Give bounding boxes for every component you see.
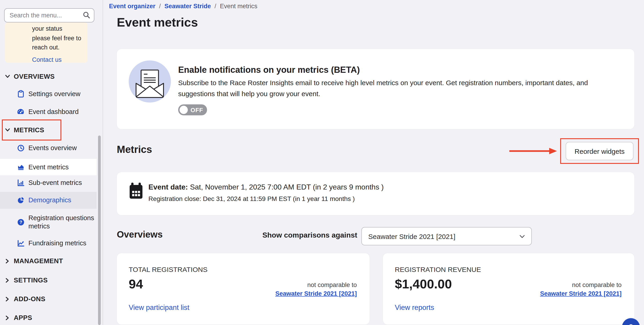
sidebar-item-label: Registration questions metrics: [28, 214, 95, 231]
widget-comparison-note: not comparable to Seawater Stride 2021 […: [540, 281, 622, 298]
sidebar-section-add-ons[interactable]: ADD-ONS: [4, 294, 45, 304]
app-root: your status please feel free to reach ou…: [0, 0, 644, 325]
notifications-card-title: Enable notifications on your metrics (BE…: [178, 65, 360, 75]
chevron-down-icon: [4, 128, 10, 132]
gauge-icon: [17, 108, 24, 115]
sidebar-item-settings-overview[interactable]: Settings overview: [17, 88, 80, 100]
notice-line: your status: [32, 24, 84, 34]
section-label: APPS: [14, 314, 32, 321]
sidebar-section-overviews[interactable]: OVERVIEWS: [4, 71, 55, 81]
widget-title: TOTAL REGISTRATIONS: [129, 266, 208, 273]
section-label: MANAGEMENT: [14, 257, 63, 265]
page-title: Event metrics: [117, 15, 198, 30]
total-registrations-widget: TOTAL REGISTRATIONS 94 not comparable to…: [117, 253, 370, 325]
sidebar-item-label: Event metrics: [28, 163, 69, 171]
widget-value: $1,400.00: [395, 277, 452, 292]
sidebar-item-sub-event-metrics[interactable]: Sub-event metrics: [17, 177, 82, 189]
sidebar-section-management[interactable]: MANAGEMENT: [4, 256, 63, 266]
section-label: SETTINGS: [14, 277, 48, 284]
pie-chart-icon: [17, 197, 24, 203]
sidebar-item-label: Fundraising metrics: [28, 239, 86, 247]
notifications-card: Enable notifications on your metrics (BE…: [117, 49, 634, 129]
sidebar-section-metrics[interactable]: METRICS: [4, 125, 44, 135]
sidebar-section-apps[interactable]: APPS: [4, 313, 32, 323]
widget-comparison-note: not comparable to Seawater Stride 2021 […: [275, 281, 357, 298]
sidebar-item-event-metrics[interactable]: Event metrics: [17, 161, 69, 173]
reorder-widgets-button[interactable]: Reorder widgets: [566, 142, 634, 160]
section-label: OVERVIEWS: [14, 73, 55, 80]
comparison-selected-value: Seawater Stride 2021 [2021]: [368, 232, 520, 240]
sidebar-item-event-dashboard[interactable]: Event dashboard: [17, 106, 78, 118]
note-text: not comparable to: [275, 281, 357, 289]
sidebar-item-label: Sub-event metrics: [28, 179, 82, 186]
event-date-label: Event date:: [148, 183, 188, 191]
event-date-line: Event date: Sat, November 1, 2025 7:00 A…: [148, 183, 384, 191]
sidebar-item-registration-questions-metrics[interactable]: ? Registration questions metrics: [17, 213, 95, 231]
breadcrumb-current: Event metrics: [220, 2, 258, 9]
sidebar-item-label: Demographics: [28, 196, 71, 204]
comparison-event-link[interactable]: Seawater Stride 2021 [2021]: [275, 289, 357, 298]
view-participant-list-link[interactable]: View participant list: [129, 304, 190, 312]
sidebar-divider: [102, 0, 103, 325]
clipboard-icon: [17, 90, 24, 97]
note-text: not comparable to: [540, 281, 622, 289]
status-notice: your status please feel free to reach ou…: [5, 22, 88, 63]
column-chart-icon: [17, 179, 24, 186]
breadcrumb-separator: /: [159, 2, 161, 9]
notice-line: reach out.: [32, 43, 84, 52]
breadcrumb: Event organizer / Seawater Stride / Even…: [109, 2, 258, 10]
comparison-event-link[interactable]: Seawater Stride 2021 [2021]: [540, 289, 622, 298]
calendar-icon: [129, 182, 143, 202]
widget-title: REGISTRATION REVENUE: [395, 266, 481, 273]
registration-close-line: Registration close: Dec 31, 2024 at 11:5…: [148, 195, 355, 202]
chevron-right-icon: [4, 296, 10, 302]
chevron-down-icon: [4, 75, 10, 78]
sidebar: your status please feel free to reach ou…: [0, 0, 102, 325]
event-date-value: Sat, November 1, 2025 7:00 AM EDT (in 2 …: [188, 183, 384, 191]
overviews-section-title: Overviews: [117, 229, 162, 240]
breadcrumb-separator: /: [214, 2, 216, 9]
sidebar-section-settings[interactable]: SETTINGS: [4, 275, 48, 285]
notice-line: please feel free to: [32, 34, 84, 43]
area-chart-icon: [17, 164, 24, 170]
notifications-toggle[interactable]: OFF: [178, 104, 207, 115]
comparison-label: Show comparisons against: [227, 231, 357, 239]
registration-revenue-widget: REGISTRATION REVENUE $1,400.00 not compa…: [383, 253, 634, 325]
svg-text:?: ?: [19, 220, 22, 225]
sidebar-item-fundraising-metrics[interactable]: Fundraising metrics: [17, 237, 86, 249]
view-reports-link[interactable]: View reports: [395, 304, 434, 312]
question-circle-icon: ?: [17, 219, 24, 225]
search-icon: [83, 11, 90, 20]
widget-value: 94: [129, 277, 143, 292]
breadcrumb-event-organizer[interactable]: Event organizer: [109, 2, 156, 9]
breadcrumb-event-name[interactable]: Seawater Stride: [164, 2, 211, 9]
metrics-section-title: Metrics: [117, 144, 152, 156]
chevron-right-icon: [4, 315, 10, 320]
sidebar-item-demographics[interactable]: Demographics: [17, 194, 71, 206]
sidebar-item-events-overview[interactable]: Events overview: [17, 142, 77, 154]
notifications-card-body: Subscribe to the Race Roster Insights em…: [178, 77, 626, 99]
contact-us-link[interactable]: Contact us: [32, 55, 84, 64]
sidebar-item-label: Events overview: [28, 144, 77, 152]
sidebar-item-label: Settings overview: [28, 90, 80, 97]
toggle-knob: [180, 106, 188, 114]
comparison-select[interactable]: Seawater Stride 2021 [2021]: [362, 227, 532, 245]
section-label: ADD-ONS: [14, 295, 45, 303]
toggle-state-label: OFF: [190, 106, 203, 113]
chevron-down-icon: [520, 232, 525, 240]
menu-search-input[interactable]: [4, 8, 94, 22]
sidebar-item-label: Event dashboard: [28, 108, 78, 115]
red-annotation-arrow: [508, 146, 558, 157]
line-chart-icon: [17, 240, 24, 247]
open-envelope-icon: [129, 60, 171, 104]
chevron-right-icon: [4, 278, 10, 283]
sidebar-scrollbar[interactable]: [98, 135, 101, 325]
section-label: METRICS: [14, 126, 44, 134]
event-date-card: Event date: Sat, November 1, 2025 7:00 A…: [117, 172, 634, 215]
clock-icon: [17, 144, 24, 151]
chevron-right-icon: [4, 258, 10, 264]
